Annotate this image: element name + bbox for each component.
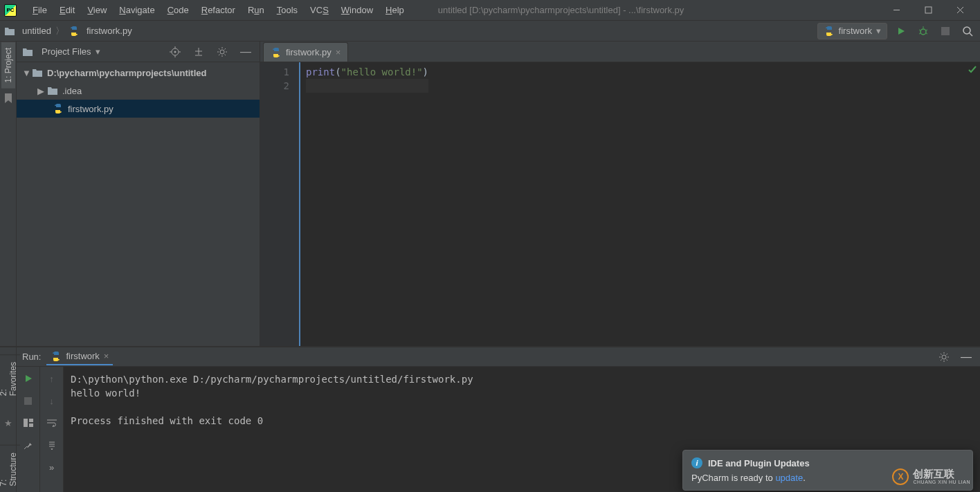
project-tool-window: Project Files ▾ — [17, 42, 260, 346]
expand-arrow-down-icon[interactable]: ▼ [22, 68, 29, 78]
menu-view[interactable]: View [81, 2, 113, 18]
app-icon: PC [4, 4, 17, 17]
notification-title: IDE and Plugin Updates [708, 458, 810, 468]
window-minimize[interactable] [880, 0, 912, 21]
star-icon: ★ [4, 418, 12, 428]
menu-edit[interactable]: Edit [53, 2, 81, 18]
pin-icon[interactable] [21, 437, 36, 453]
svg-line-7 [926, 30, 927, 30]
tool-tab-project[interactable]: 1: Project [1, 42, 15, 89]
editor-tab-firstwork[interactable]: firstwork.py × [263, 42, 348, 62]
svg-rect-23 [29, 419, 33, 422]
python-file-icon [69, 26, 80, 37]
tree-idea-folder[interactable]: ▶ .idea [17, 82, 260, 100]
folder-icon [22, 47, 33, 57]
run-config-selector[interactable]: firstwork ▾ [817, 23, 887, 39]
rerun-button[interactable] [21, 371, 36, 386]
hide-panel-icon[interactable]: — [237, 44, 254, 60]
svg-point-11 [963, 27, 970, 34]
tool-tab-favorites[interactable]: 2: Favorites [0, 354, 20, 401]
collapse-all-icon[interactable] [190, 44, 207, 60]
scroll-to-end-icon[interactable] [44, 437, 60, 453]
menu-navigate[interactable]: Navigate [113, 2, 161, 18]
hide-panel-icon[interactable]: — [958, 349, 974, 365]
left-tool-stripe-lower: 2: Favorites ★ 7: Structure [0, 347, 17, 492]
info-icon: i [691, 457, 702, 468]
python-file-icon [51, 351, 62, 362]
menu-code[interactable]: Code [161, 2, 195, 18]
run-title: Run: [22, 352, 41, 362]
svg-rect-22 [24, 419, 28, 427]
folder-icon [47, 86, 58, 95]
navigation-bar: untitled 〉 firstwork.py firstwork ▾ [0, 21, 980, 42]
expand-arrow-right-icon[interactable]: ▶ [37, 86, 44, 96]
svg-rect-24 [29, 423, 33, 427]
close-tab-icon[interactable]: × [104, 351, 109, 361]
svg-point-19 [220, 50, 224, 54]
breadcrumb-file[interactable]: firstwork.py [69, 26, 132, 37]
menu-help[interactable]: Help [379, 2, 410, 18]
python-file-icon [53, 103, 64, 114]
down-arrow-icon[interactable]: ↓ [44, 393, 60, 408]
svg-point-14 [174, 51, 176, 53]
gear-icon[interactable] [936, 349, 952, 365]
svg-line-25 [24, 446, 27, 449]
up-arrow-icon[interactable]: ↑ [44, 371, 60, 386]
window-maximize[interactable] [912, 0, 944, 21]
left-tool-stripe: 1: Project [0, 42, 17, 346]
run-panel-header: Run: firstwork × — [17, 347, 980, 367]
tool-tab-structure[interactable]: 7: Structure [0, 445, 20, 492]
tree-file-firstwork[interactable]: firstwork.py [17, 100, 260, 118]
project-tree: ▼ D:\pycharm\pycharmprojects\untitled ▶ … [17, 62, 260, 346]
breadcrumb: untitled 〉 firstwork.py [4, 25, 132, 37]
notification-body: PyCharm is ready to update. [691, 473, 964, 483]
svg-rect-1 [925, 7, 932, 13]
breadcrumb-sep-icon: 〉 [55, 25, 64, 37]
svg-line-6 [919, 30, 920, 30]
stop-button[interactable] [937, 23, 954, 39]
project-view-selector[interactable]: Project Files ▾ [22, 46, 100, 57]
locate-icon[interactable] [167, 44, 183, 60]
more-icon[interactable]: » [44, 459, 60, 475]
layout-icon[interactable] [21, 415, 36, 430]
notification-popup[interactable]: i IDE and Plugin Updates PyCharm is read… [682, 450, 973, 491]
menu-vcs[interactable]: VCS [304, 2, 335, 18]
stop-button[interactable] [21, 393, 36, 408]
inspection-ok-icon [968, 65, 977, 75]
menu-bar: PC File Edit View Navigate Code Refactor… [0, 0, 980, 21]
menu-run[interactable]: Run [242, 2, 271, 18]
run-controls-col2: ↑ ↓ » [40, 367, 64, 492]
svg-point-4 [920, 29, 926, 35]
search-everywhere-button[interactable] [959, 23, 976, 39]
window-close[interactable] [944, 0, 976, 21]
tree-root[interactable]: ▼ D:\pycharm\pycharmprojects\untitled [17, 64, 260, 82]
debug-button[interactable] [915, 23, 932, 39]
soft-wrap-icon[interactable] [44, 415, 60, 430]
menu-file[interactable]: File [26, 2, 53, 18]
line-number-gutter: 12 [260, 62, 300, 346]
run-controls-col1 [17, 367, 40, 492]
chevron-down-icon: ▾ [96, 46, 100, 57]
editor-tabs: firstwork.py × [260, 42, 980, 62]
folder-icon [32, 68, 43, 78]
run-tab-firstwork[interactable]: firstwork × [46, 349, 113, 365]
folder-icon [4, 26, 15, 36]
close-tab-icon[interactable]: × [336, 47, 341, 57]
bookmark-icon[interactable] [3, 93, 13, 104]
menu-tools[interactable]: Tools [271, 2, 304, 18]
code-area[interactable]: 12 print("hello world!") [260, 62, 980, 346]
menu-window[interactable]: Window [335, 2, 379, 18]
python-file-icon [271, 47, 282, 58]
svg-line-9 [926, 33, 927, 34]
menu-refactor[interactable]: Refactor [195, 2, 242, 18]
run-button[interactable] [893, 23, 909, 39]
editor: firstwork.py × 12 print("hello world!") [260, 42, 980, 346]
gear-icon[interactable] [214, 44, 230, 60]
chevron-down-icon: ▾ [876, 26, 881, 36]
code-lines[interactable]: print("hello world!") [300, 62, 434, 346]
svg-point-20 [942, 355, 946, 359]
project-panel-header: Project Files ▾ — [17, 42, 260, 62]
window-title: untitled [D:\pycharm\pycharmprojects\unt… [410, 5, 880, 15]
breadcrumb-root[interactable]: untitled [4, 26, 51, 36]
notification-link[interactable]: update [775, 473, 803, 483]
